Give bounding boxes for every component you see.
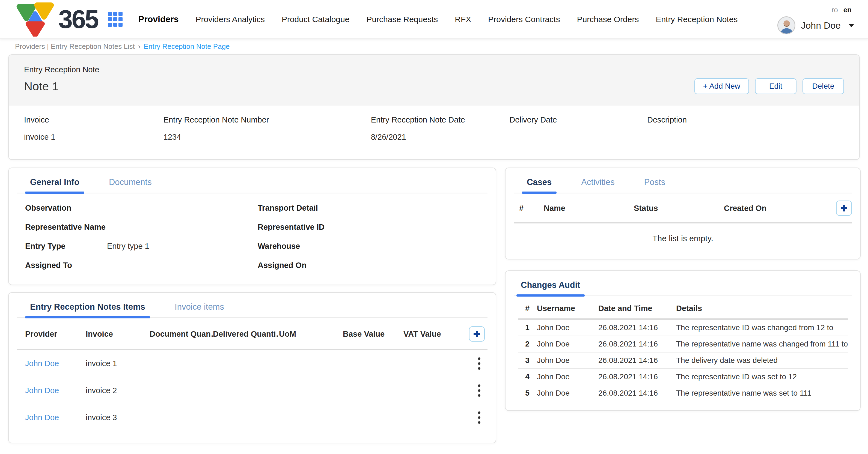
audit-row: 5 John Doe 26.08.2021 14:16 The represen… bbox=[518, 385, 848, 401]
language-switcher: ro en bbox=[832, 6, 854, 14]
changes-audit-card: Changes Audit # Username Date and Time D… bbox=[505, 270, 861, 411]
audit-table-header: # Username Date and Time Details bbox=[518, 299, 848, 318]
field-representative-name: Representative Name bbox=[25, 222, 247, 232]
audit-username: John Doe bbox=[537, 340, 598, 348]
cases-tabs: Cases Activities Posts bbox=[505, 168, 860, 193]
audit-row: 1 John Doe 26.08.2021 14:16 The represen… bbox=[518, 320, 848, 335]
provider-link[interactable]: John Doe bbox=[25, 413, 86, 422]
user-name[interactable]: John Doe bbox=[801, 20, 841, 31]
tab-invoice-items[interactable]: Invoice items bbox=[170, 302, 229, 317]
nav-item-purchase-orders[interactable]: Purchase Orders bbox=[577, 15, 639, 24]
audit-username: John Doe bbox=[537, 372, 598, 381]
field-invoice: Invoice invoice 1 bbox=[24, 116, 163, 142]
nav-item-purchase-requests[interactable]: Purchase Requests bbox=[366, 15, 438, 24]
add-case-button[interactable] bbox=[836, 200, 852, 216]
field-warehouse: Warehouse bbox=[258, 241, 479, 251]
field-assigned-to: Assigned To bbox=[25, 260, 247, 270]
record-type-label: Entry Reception Note bbox=[24, 65, 99, 74]
items-card: Entry Reception Notes Items Invoice item… bbox=[8, 292, 496, 443]
nav-right: ro en John Doe bbox=[777, 4, 854, 34]
audit-row: 3 John Doe 26.08.2021 14:16 The delivery… bbox=[518, 353, 848, 368]
add-item-button[interactable] bbox=[469, 326, 485, 342]
delete-button[interactable]: Delete bbox=[803, 78, 844, 94]
audit-details: The representative ID was changed from 1… bbox=[676, 323, 848, 332]
invoice-cell: invoice 2 bbox=[86, 386, 150, 395]
general-info-fields: Observation Transport Detail Representat… bbox=[9, 193, 496, 285]
lang-ro[interactable]: ro bbox=[832, 6, 838, 14]
audit-details: The representative name was set to 111 bbox=[676, 389, 848, 397]
tab-entry-reception-notes-items[interactable]: Entry Reception Notes Items bbox=[25, 302, 150, 317]
nav-item-entry-reception-notes[interactable]: Entry Reception Notes bbox=[656, 15, 738, 24]
items-table-header: Provider Invoice Document Quan… Delivere… bbox=[9, 318, 496, 349]
provider-link[interactable]: John Doe bbox=[25, 359, 86, 368]
brand-name: 365 bbox=[58, 5, 98, 34]
field-note-number: Entry Reception Note Number 1234 bbox=[163, 116, 371, 142]
audit-details: The representative name was changed from… bbox=[676, 340, 848, 348]
audit-username: John Doe bbox=[537, 323, 598, 332]
audit-datetime: 26.08.2021 14:16 bbox=[598, 356, 676, 365]
nav-item-providers-analytics[interactable]: Providers Analytics bbox=[195, 15, 265, 24]
audit-table: # Username Date and Time Details 1 John … bbox=[505, 296, 860, 410]
breadcrumb: Providers | Entry Reception Notes List ›… bbox=[0, 39, 868, 52]
record-header-top: Entry Reception Note Note 1 + Add New Ed… bbox=[9, 55, 859, 106]
audit-datetime: 26.08.2021 14:16 bbox=[598, 372, 676, 381]
tab-cases[interactable]: Cases bbox=[522, 177, 557, 193]
audit-details: The delivery date was deleted bbox=[676, 356, 848, 365]
brand-logo-icon bbox=[14, 2, 56, 37]
audit-details: The representative ID was set to 12 bbox=[676, 372, 848, 381]
field-assigned-on: Assigned On bbox=[258, 260, 479, 270]
audit-username: John Doe bbox=[537, 389, 598, 397]
audit-username: John Doe bbox=[537, 356, 598, 365]
audit-row: 4 John Doe 26.08.2021 14:16 The represen… bbox=[518, 369, 848, 385]
field-delivery-date: Delivery Date bbox=[509, 116, 647, 142]
nav-item-rfx[interactable]: RFX bbox=[455, 15, 471, 24]
audit-datetime: 26.08.2021 14:16 bbox=[598, 389, 676, 397]
user-menu[interactable]: John Doe bbox=[777, 17, 854, 34]
general-info-card: General Info Documents Observation Trans… bbox=[8, 167, 496, 285]
tab-activities[interactable]: Activities bbox=[576, 177, 619, 193]
avatar[interactable] bbox=[777, 17, 796, 34]
nav-item-providers[interactable]: Providers bbox=[138, 14, 179, 24]
top-nav: 365 Providers Providers Analytics Produc… bbox=[0, 0, 868, 39]
row-menu-icon[interactable] bbox=[473, 355, 485, 372]
items-tabs: Entry Reception Notes Items Invoice item… bbox=[9, 293, 496, 317]
cases-table-header: # Name Status Created On bbox=[505, 193, 860, 222]
table-row: John Doe invoice 1 bbox=[9, 350, 496, 377]
add-new-button[interactable]: + Add New bbox=[694, 78, 749, 94]
lang-en[interactable]: en bbox=[843, 6, 851, 14]
row-menu-icon[interactable] bbox=[473, 382, 485, 399]
general-info-tabs: General Info Documents bbox=[9, 168, 496, 193]
table-row: John Doe invoice 3 bbox=[9, 404, 496, 431]
audit-row: 2 John Doe 26.08.2021 14:16 The represen… bbox=[518, 336, 848, 352]
provider-link[interactable]: John Doe bbox=[25, 386, 86, 395]
field-entry-type: Entry Type Entry type 1 bbox=[25, 241, 247, 251]
breadcrumb-trail[interactable]: Providers | Entry Reception Notes List bbox=[15, 42, 135, 51]
field-transport-detail: Transport Detail bbox=[258, 203, 479, 213]
row-menu-icon[interactable] bbox=[473, 409, 485, 426]
plus-icon bbox=[473, 330, 481, 338]
nav-item-product-catalogue[interactable]: Product Catalogue bbox=[282, 15, 350, 24]
tab-documents[interactable]: Documents bbox=[104, 177, 157, 193]
field-representative-id: Representative ID bbox=[258, 222, 479, 232]
changes-audit-title: Changes Audit bbox=[517, 280, 585, 295]
tab-general-info[interactable]: General Info bbox=[25, 177, 84, 193]
audit-datetime: 26.08.2021 14:16 bbox=[598, 340, 676, 348]
cases-card: Cases Activities Posts # Name Status Cre… bbox=[505, 167, 861, 259]
invoice-cell: invoice 3 bbox=[86, 413, 150, 422]
primary-nav: Providers Providers Analytics Product Ca… bbox=[138, 14, 738, 24]
empty-list-message: The list is empty. bbox=[505, 223, 860, 259]
record-header-card: Entry Reception Note Note 1 + Add New Ed… bbox=[8, 54, 860, 160]
breadcrumb-current[interactable]: Entry Reception Note Page bbox=[144, 42, 230, 51]
plus-icon bbox=[840, 204, 848, 212]
record-actions: + Add New Edit Delete bbox=[694, 78, 844, 94]
audit-datetime: 26.08.2021 14:16 bbox=[598, 323, 676, 332]
chevron-down-icon[interactable] bbox=[848, 24, 854, 27]
nav-item-providers-contracts[interactable]: Providers Contracts bbox=[488, 15, 560, 24]
table-row: John Doe invoice 2 bbox=[9, 377, 496, 404]
apps-grid-icon[interactable] bbox=[108, 12, 123, 27]
tab-posts[interactable]: Posts bbox=[639, 177, 671, 193]
field-note-date: Entry Reception Note Date 8/26/2021 bbox=[371, 116, 509, 142]
field-description: Description bbox=[647, 116, 844, 142]
field-observation: Observation bbox=[25, 203, 247, 213]
edit-button[interactable]: Edit bbox=[755, 78, 797, 94]
